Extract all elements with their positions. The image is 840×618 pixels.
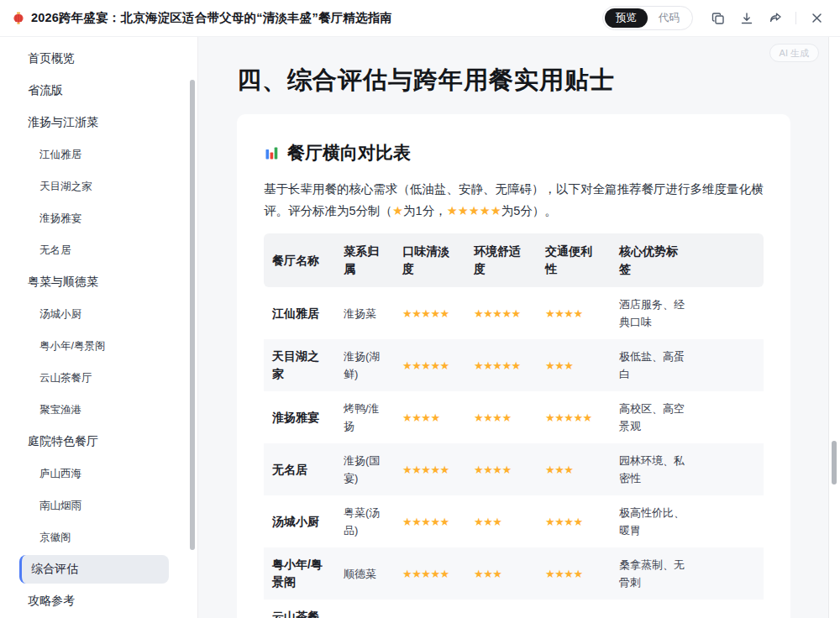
divider: [795, 12, 796, 24]
bar-chart-icon: [264, 145, 280, 161]
sidebar-item[interactable]: 淮扬与江浙菜: [0, 107, 197, 139]
intro-text: 为5分）。: [501, 204, 557, 217]
table-row: 天目湖之家淮扬(湖鲜)★★★★★★★★★★★★★极低盐、高蛋白: [264, 339, 764, 391]
transport-rating-cell: ★★★: [537, 443, 611, 495]
close-icon[interactable]: [805, 7, 828, 30]
sidebar-item[interactable]: 南山烟雨: [0, 490, 197, 521]
environment-rating-cell: ★★★: [465, 547, 537, 600]
topbar: 2026跨年盛宴：北京海淀区适合带父母的“清淡丰盛”餐厅精选指南 预览 代码: [0, 0, 840, 37]
environment-rating-cell: ★★★★★: [465, 287, 537, 339]
rating-stars: ★★★: [545, 359, 573, 372]
column-header: 餐厅名称: [264, 233, 335, 287]
sidebar-item[interactable]: 云山茶餐厅: [0, 362, 197, 394]
page-scrollbar-track[interactable]: [828, 37, 840, 618]
rating-stars: ★★★★: [545, 307, 583, 320]
rating-stars: ★★★: [474, 516, 501, 528]
transport-rating-cell: [537, 600, 611, 618]
restaurant-name-cell: 汤城小厨: [264, 495, 335, 547]
restaurant-name-cell: 粤小年/粤景阁: [264, 547, 335, 600]
tags-cell: 极低盐、高蛋白: [611, 339, 764, 391]
sidebar-item[interactable]: 庐山西海: [0, 458, 197, 490]
intro-text: 为1分，: [403, 204, 447, 217]
transport-rating-cell: ★★★★: [537, 547, 611, 600]
sidebar-item[interactable]: 江仙雅居: [0, 139, 197, 170]
column-header: 核心优势标签: [611, 233, 764, 287]
tags-cell: 桑拿蒸制、无骨刺: [611, 547, 764, 600]
rating-stars: ★★★★: [474, 464, 512, 476]
intro-paragraph: 基于长辈用餐的核心需求（低油盐、安静、无障碍），以下对全篇推荐餐厅进行多维度量化…: [264, 178, 764, 222]
column-header: 菜系归属: [335, 233, 394, 287]
sidebar-item[interactable]: 无名居: [0, 234, 197, 266]
cuisine-cell: [335, 600, 394, 618]
environment-rating-cell: ★★★★: [465, 443, 537, 495]
card-title-text: 餐厅横向对比表: [287, 141, 411, 165]
tags-cell: 酒店服务、经典口味: [611, 287, 764, 339]
sidebar-item[interactable]: 淮扬雅宴: [0, 202, 197, 234]
cuisine-cell: 烤鸭/淮扬: [335, 391, 394, 443]
rating-stars: ★★★★: [545, 568, 583, 580]
sidebar-item[interactable]: 攻略参考: [0, 585, 197, 617]
rating-stars: ★★★★★: [402, 307, 449, 320]
star-icon: ★: [392, 204, 403, 217]
sidebar-item[interactable]: 粤菜与顺德菜: [0, 266, 197, 298]
sidebar-item[interactable]: 首页概览: [0, 43, 197, 75]
lantern-icon: [12, 12, 25, 25]
sidebar-item[interactable]: 京徽阁: [0, 521, 197, 553]
sidebar-item[interactable]: 庭院特色餐厅: [0, 426, 197, 458]
code-tab[interactable]: 代码: [648, 8, 690, 28]
transport-rating-cell: ★★★★★: [537, 391, 611, 443]
sidebar-scrollbar-thumb[interactable]: [190, 80, 195, 550]
transport-rating-cell: ★★★★: [537, 495, 611, 547]
tags-cell: 园林环境、私密性: [611, 443, 764, 495]
rating-stars: ★★★★★: [402, 568, 449, 580]
sidebar-item[interactable]: 省流版: [0, 75, 197, 107]
restaurant-name-cell: 无名居: [264, 443, 335, 495]
comparison-table: 餐厅名称菜系归属口味清淡度环境舒适度交通便利性核心优势标签 江仙雅居淮扬菜★★★…: [264, 233, 764, 618]
tags-cell: 极高性价比、暖胃: [611, 495, 764, 547]
sidebar-item[interactable]: 天目湖之家: [0, 170, 197, 202]
document-title: 2026跨年盛宴：北京海淀区适合带父母的“清淡丰盛”餐厅精选指南: [31, 10, 392, 26]
five-stars-icon: ★★★★★: [447, 204, 501, 217]
column-header: 口味清淡度: [394, 233, 465, 287]
topbar-actions: 预览 代码: [602, 6, 828, 30]
tags-cell: [611, 600, 764, 618]
card-title: 餐厅横向对比表: [264, 141, 764, 165]
environment-rating-cell: ★★★: [465, 495, 537, 547]
table-row: 粤小年/粤景阁顺德菜★★★★★★★★★★★★桑拿蒸制、无骨刺: [264, 547, 764, 600]
taste-rating-cell: ★★★★★: [394, 547, 465, 600]
rating-stars: ★★★: [545, 464, 573, 476]
cuisine-cell: 淮扬(湖鲜): [335, 339, 394, 391]
preview-tab[interactable]: 预览: [605, 8, 648, 28]
rating-stars: ★★★: [474, 568, 501, 580]
restaurant-name-cell: 天目湖之家: [264, 339, 335, 391]
transport-rating-cell: ★★★★: [537, 287, 611, 339]
share-icon[interactable]: [764, 7, 787, 30]
sidebar-item-active[interactable]: 综合评估: [19, 555, 169, 584]
sidebar: 首页概览省流版淮扬与江浙菜江仙雅居天目湖之家淮扬雅宴无名居粤菜与顺德菜汤城小厨粤…: [0, 37, 198, 618]
download-icon[interactable]: [735, 7, 759, 30]
rating-stars: ★★★★: [402, 411, 440, 424]
restaurant-name-cell: 淮扬雅宴: [264, 391, 335, 443]
sidebar-item[interactable]: 粤小年/粤景阁: [0, 330, 197, 362]
table-row: 云山茶餐厅: [264, 600, 764, 618]
rating-stars: ★★★★: [474, 411, 512, 424]
taste-rating-cell: ★★★★: [394, 391, 465, 443]
taste-rating-cell: ★★★★★: [394, 287, 465, 339]
sidebar-outline: 首页概览省流版淮扬与江浙菜江仙雅居天目湖之家淮扬雅宴无名居粤菜与顺德菜汤城小厨粤…: [0, 43, 197, 617]
page-scrollbar-thumb[interactable]: [832, 441, 837, 484]
transport-rating-cell: ★★★: [537, 339, 611, 391]
taste-rating-cell: [394, 600, 465, 618]
view-mode-toggle[interactable]: 预览 代码: [602, 6, 693, 30]
table-row: 汤城小厨粤菜(汤品)★★★★★★★★★★★★极高性价比、暖胃: [264, 495, 764, 547]
tags-cell: 高校区、高空景观: [611, 391, 764, 443]
environment-rating-cell: ★★★★★: [465, 339, 537, 391]
sidebar-item[interactable]: 聚宝渔港: [0, 394, 197, 426]
rating-stars: ★★★★★: [402, 464, 449, 476]
taste-rating-cell: ★★★★★: [394, 443, 465, 495]
restaurant-name-cell: 云山茶餐厅: [264, 600, 335, 618]
taste-rating-cell: ★★★★★: [394, 339, 465, 391]
column-header: 环境舒适度: [465, 233, 537, 287]
sidebar-item[interactable]: 汤城小厨: [0, 298, 197, 330]
table-row: 江仙雅居淮扬菜★★★★★★★★★★★★★★酒店服务、经典口味: [264, 287, 764, 339]
copy-icon[interactable]: [706, 7, 730, 30]
